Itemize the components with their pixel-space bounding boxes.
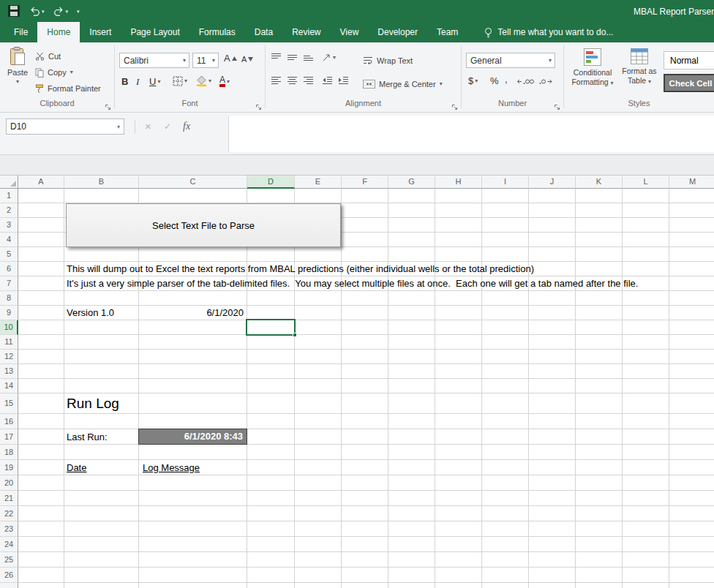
wrap-text-button[interactable]: Wrap Text xyxy=(363,54,413,67)
tab-data[interactable]: Data xyxy=(245,22,282,42)
font-color-button[interactable]: A ▾ xyxy=(219,76,230,87)
decrease-indent-button[interactable] xyxy=(322,76,333,85)
cell-style-check-cell[interactable]: Check Cell xyxy=(664,74,714,92)
row-header-4[interactable]: 4 xyxy=(0,233,18,247)
column-header-E[interactable]: E xyxy=(295,176,342,189)
row-header-12[interactable]: 12 xyxy=(0,350,18,364)
tab-developer[interactable]: Developer xyxy=(368,22,427,42)
customize-qat-button[interactable]: ▾ xyxy=(77,9,80,14)
paste-button[interactable]: Paste ▾ xyxy=(3,47,32,85)
percent-style-button[interactable]: % xyxy=(490,76,499,86)
tab-file[interactable]: File xyxy=(4,22,37,42)
merge-center-button[interactable]: Merge & Center ▾ xyxy=(363,78,443,91)
font-size-combo[interactable]: 11 ▾ xyxy=(192,53,219,68)
column-header-M[interactable]: M xyxy=(669,176,714,189)
column-header-C[interactable]: C xyxy=(139,176,247,189)
row-header-22[interactable]: 22 xyxy=(0,506,18,521)
column-header-B[interactable]: B xyxy=(64,176,139,189)
align-bottom-button[interactable] xyxy=(303,53,314,61)
grow-font-button[interactable]: A xyxy=(224,53,237,63)
tab-formulas[interactable]: Formulas xyxy=(189,22,245,42)
comma-style-button[interactable]: , xyxy=(505,75,508,84)
column-header-D[interactable]: D xyxy=(247,176,295,189)
row-header-13[interactable]: 13 xyxy=(0,364,18,379)
row-header-20[interactable]: 20 xyxy=(0,475,18,491)
enter-icon[interactable]: ✓ xyxy=(164,122,171,131)
align-top-button[interactable] xyxy=(271,53,282,61)
row-header-25[interactable]: 25 xyxy=(0,552,18,568)
row-header-14[interactable]: 14 xyxy=(0,379,18,393)
row-header-24[interactable]: 24 xyxy=(0,537,18,552)
format-painter-button[interactable]: Format Painter xyxy=(35,82,101,95)
row-header-16[interactable]: 16 xyxy=(0,414,18,429)
increase-decimal-button[interactable] xyxy=(516,78,534,86)
name-box-caret-icon[interactable]: ▾ xyxy=(117,124,120,130)
formula-input[interactable] xyxy=(228,116,714,152)
tab-review[interactable]: Review xyxy=(282,22,330,42)
tell-me-box[interactable]: Tell me what you want to do... xyxy=(484,22,613,42)
tab-insert[interactable]: Insert xyxy=(80,22,121,42)
row-header-23[interactable]: 23 xyxy=(0,521,18,537)
row-header-7[interactable]: 7 xyxy=(0,276,18,291)
align-middle-button[interactable] xyxy=(287,53,298,61)
row-header-17[interactable]: 17 xyxy=(0,429,18,445)
row-header-26[interactable]: 26 xyxy=(0,568,18,583)
tab-page-layout[interactable]: Page Layout xyxy=(121,22,189,42)
select-all-button[interactable] xyxy=(0,176,18,189)
row-header-18[interactable]: 18 xyxy=(0,445,18,460)
row-header-11[interactable]: 11 xyxy=(0,335,18,350)
column-header-L[interactable]: L xyxy=(623,176,669,189)
row-header-19[interactable]: 19 xyxy=(0,460,18,475)
conditional-formatting-button[interactable]: Conditional Formatting ▾ xyxy=(570,48,615,87)
tab-home[interactable]: Home xyxy=(37,22,80,42)
cut-button[interactable]: Cut xyxy=(35,50,61,63)
cancel-icon[interactable]: × xyxy=(145,121,151,132)
accounting-format-button[interactable]: $ ▾ xyxy=(468,76,478,86)
cell-style-normal[interactable]: Normal xyxy=(664,51,714,69)
undo-button[interactable]: ▾ xyxy=(29,7,45,16)
clipboard-dialog-launcher[interactable] xyxy=(105,101,113,110)
insert-function-button[interactable]: fx xyxy=(183,121,190,132)
column-header-F[interactable]: F xyxy=(342,176,388,189)
row-header-5[interactable]: 5 xyxy=(0,247,18,262)
copy-button[interactable]: Copy ▾ xyxy=(35,66,73,79)
name-box[interactable]: D10 ▾ xyxy=(6,118,124,135)
row-header-2[interactable]: 2 xyxy=(0,203,18,218)
italic-button[interactable]: I xyxy=(136,76,139,88)
redo-button[interactable]: ▾ xyxy=(53,7,69,16)
bold-button[interactable]: B xyxy=(121,76,128,87)
format-as-table-button[interactable]: Format as Table ▾ xyxy=(618,48,661,86)
font-dialog-launcher[interactable] xyxy=(255,101,264,110)
column-header-G[interactable]: G xyxy=(388,176,435,189)
font-name-combo[interactable]: Calibri ▾ xyxy=(119,53,189,68)
column-header-K[interactable]: K xyxy=(576,176,623,189)
row-header-3[interactable]: 3 xyxy=(0,218,18,233)
decrease-decimal-button[interactable] xyxy=(538,78,553,86)
underline-button[interactable]: U ▾ xyxy=(149,76,160,87)
column-header-H[interactable]: H xyxy=(435,176,482,189)
tab-team[interactable]: Team xyxy=(427,22,467,42)
orientation-button[interactable]: ▾ xyxy=(322,53,336,62)
column-header-J[interactable]: J xyxy=(529,176,576,189)
align-left-button[interactable] xyxy=(271,76,282,85)
row-header-21[interactable]: 21 xyxy=(0,491,18,506)
column-header-I[interactable]: I xyxy=(482,176,529,189)
row-header-9[interactable]: 9 xyxy=(0,306,18,320)
borders-button[interactable]: ▾ xyxy=(173,76,187,86)
fill-color-button[interactable]: ▾ xyxy=(196,75,211,86)
number-format-combo[interactable]: General ▾ xyxy=(466,53,555,68)
selected-cell-d10[interactable] xyxy=(246,319,296,336)
save-button[interactable] xyxy=(7,4,20,18)
align-right-button[interactable] xyxy=(303,76,314,85)
row-header-8[interactable]: 8 xyxy=(0,291,18,306)
row-header-15[interactable]: 15 xyxy=(0,393,18,414)
shrink-font-button[interactable]: A xyxy=(241,55,253,64)
row-header-6[interactable]: 6 xyxy=(0,262,18,276)
row-header-10[interactable]: 10 xyxy=(0,320,18,335)
increase-indent-button[interactable] xyxy=(338,76,349,85)
parse-button[interactable]: Select Text File to Parse xyxy=(66,203,341,247)
tab-view[interactable]: View xyxy=(331,22,369,42)
row-header-1[interactable]: 1 xyxy=(0,189,18,203)
fill-handle[interactable] xyxy=(293,333,297,337)
alignment-dialog-launcher[interactable] xyxy=(451,101,460,110)
